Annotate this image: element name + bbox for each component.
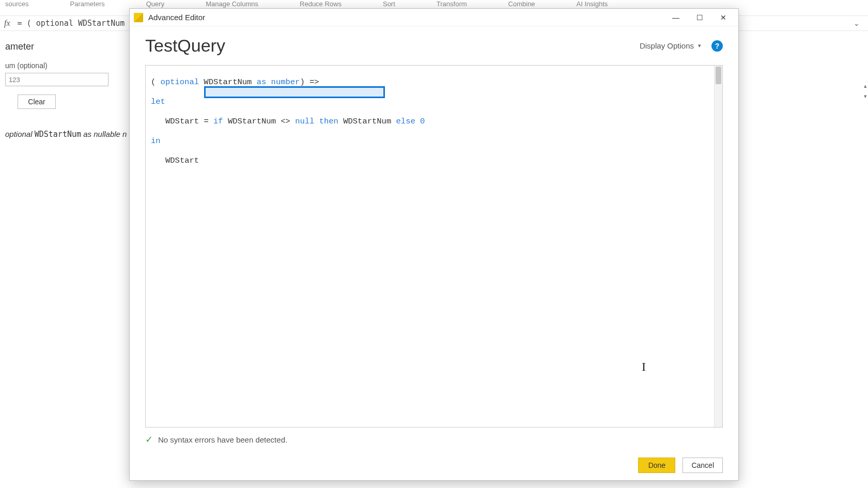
type-info: optional WDStartNum as nullable n (5, 130, 124, 139)
advanced-editor-dialog: Advanced Editor ― ☐ ✕ TestQuery Display … (129, 8, 739, 481)
ribbon-item[interactable]: Sort (383, 0, 395, 8)
help-button[interactable]: ? (711, 40, 723, 52)
query-name: TestQuery (145, 36, 640, 56)
ribbon-row: sources Parameters Query Manage Columns … (0, 0, 868, 6)
ribbon-item[interactable]: Combine (508, 0, 535, 8)
ribbon-item[interactable]: Transform (437, 0, 467, 8)
display-options-dropdown[interactable]: Display Options ▾ (640, 41, 701, 50)
dialog-header: TestQuery Display Options ▾ ? (145, 36, 723, 56)
window-buttons: ― ☐ ✕ (664, 10, 735, 25)
close-button[interactable]: ✕ (711, 10, 735, 25)
dialog-body: TestQuery Display Options ▾ ? ( optional… (130, 26, 738, 480)
ribbon-item[interactable]: Reduce Rows (300, 0, 342, 8)
status-text: No syntax errors have been detected. (158, 435, 287, 444)
code-content[interactable]: ( optional WDStartNum as number) => let … (146, 66, 722, 427)
vertical-scrollbar[interactable] (714, 66, 722, 427)
caret-down-icon: ▾ (698, 42, 701, 49)
dialog-title: Advanced Editor (148, 13, 664, 22)
help-icon: ? (715, 42, 720, 50)
panel-heading: ameter (5, 41, 124, 52)
parameter-input[interactable] (5, 73, 109, 86)
field-label: um (optional) (5, 61, 124, 70)
done-button[interactable]: Done (638, 458, 675, 473)
title-bar[interactable]: Advanced Editor ― ☐ ✕ (130, 9, 738, 26)
code-editor[interactable]: ( optional WDStartNum as number) => let … (145, 65, 723, 428)
ribbon-item[interactable]: Manage Columns (206, 0, 258, 8)
parameter-panel: ameter um (optional) Clear optional WDSt… (0, 36, 129, 181)
ribbon-item[interactable]: sources (5, 0, 29, 8)
ribbon-item[interactable]: AI Insights (577, 0, 608, 8)
check-icon: ✓ (145, 434, 153, 445)
arrow-down-icon[interactable]: ▾ (864, 93, 867, 100)
right-scroll-edge: ▴ ▾ (858, 15, 868, 470)
ribbon-item[interactable]: Parameters (70, 0, 105, 8)
scroll-thumb[interactable] (716, 67, 721, 84)
ribbon-item[interactable]: Query (146, 0, 164, 8)
status-bar: ✓ No syntax errors have been detected. (145, 434, 723, 445)
fx-icon: fx (4, 19, 10, 28)
text-cursor-icon: I (642, 360, 646, 374)
clear-button[interactable]: Clear (18, 95, 56, 109)
display-options-label: Display Options (640, 41, 694, 50)
maximize-button[interactable]: ☐ (688, 10, 711, 25)
minimize-button[interactable]: ― (664, 10, 688, 25)
button-row: Done Cancel (145, 458, 723, 473)
arrow-up-icon[interactable]: ▴ (864, 83, 867, 89)
cancel-button[interactable]: Cancel (683, 458, 723, 473)
app-logo-icon (134, 13, 143, 22)
